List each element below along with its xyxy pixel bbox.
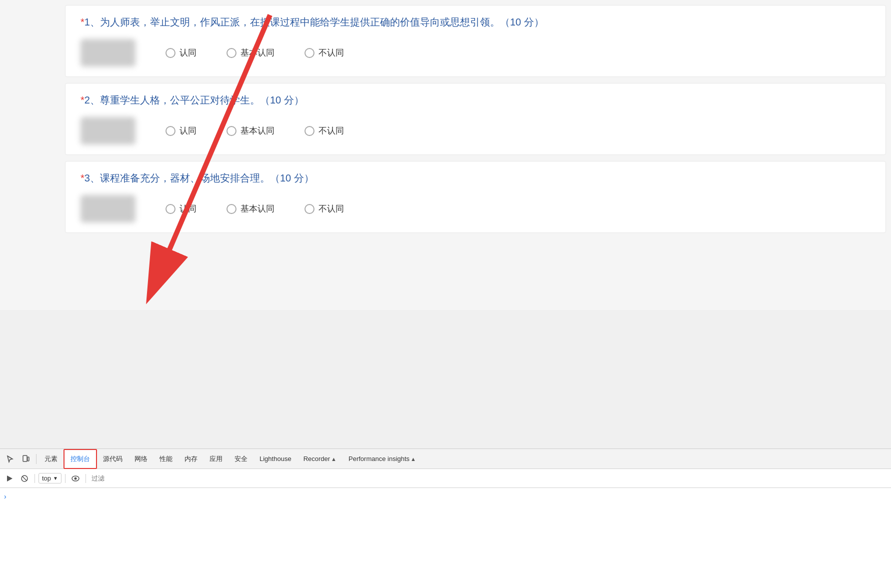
play-icon (6, 475, 13, 482)
radio-option-disagree-1[interactable]: 不认同 (304, 47, 344, 58)
required-mark-3: * (80, 172, 84, 184)
cursor-icon-btn[interactable] (2, 451, 18, 467)
radio-option-agree-2[interactable]: 认同 (166, 125, 196, 136)
question-card-3: *3、课程准备充分，器材、场地安排合理。（10 分） 认同 基本认同 不认同 (65, 161, 886, 233)
radio-circle-agree-2[interactable] (166, 126, 176, 136)
radio-option-basicagree-1[interactable]: 基本认同 (226, 47, 274, 58)
question-title-2: *2、尊重学生人格，公平公正对待学生。（10 分） (80, 94, 870, 107)
tab-memory[interactable]: 内存 (178, 449, 204, 469)
question-title-3: *3、课程准备充分，器材、场地安排合理。（10 分） (80, 172, 870, 185)
toolbar-divider-3 (86, 474, 86, 483)
console-body: › (0, 488, 891, 588)
radio-circle-basicagree-1[interactable] (226, 48, 236, 58)
eye-icon (72, 475, 80, 482)
question-row-1: 认同 基本认同 不认同 (80, 39, 870, 66)
ban-btn[interactable] (18, 472, 31, 485)
svg-rect-3 (28, 457, 29, 461)
radio-circle-basicagree-3[interactable] (226, 204, 236, 214)
tab-elements[interactable]: 元素 (38, 449, 64, 469)
eye-btn[interactable] (69, 472, 82, 485)
radio-option-agree-1[interactable]: 认同 (166, 47, 196, 58)
required-mark-2: * (80, 94, 84, 106)
question-row-2: 认同 基本认同 不认同 (80, 117, 870, 144)
device-icon (22, 455, 30, 463)
filter-input[interactable] (90, 474, 888, 483)
toolbar-divider-1 (34, 474, 35, 483)
svg-rect-2 (23, 456, 27, 462)
avatar-3 (80, 195, 136, 222)
cursor-icon (6, 455, 14, 463)
radio-circle-basicagree-2[interactable] (226, 126, 236, 136)
tab-lighthouse[interactable]: Lighthouse (254, 449, 298, 469)
tab-application[interactable]: 应用 (204, 449, 228, 469)
radio-option-disagree-3[interactable]: 不认同 (304, 203, 344, 214)
top-selector[interactable]: top ▼ (38, 473, 62, 484)
performance-insights-badge: ▲ (410, 456, 416, 462)
recorder-badge: ▲ (331, 456, 336, 462)
toolbar-divider-2 (65, 474, 66, 483)
radio-options-1: 认同 基本认同 不认同 (166, 47, 344, 58)
avatar-2 (80, 117, 136, 144)
radio-option-basicagree-3[interactable]: 基本认同 (226, 203, 274, 214)
radio-option-basicagree-2[interactable]: 基本认同 (226, 125, 274, 136)
radio-option-disagree-2[interactable]: 不认同 (304, 125, 344, 136)
radio-options-3: 认同 基本认同 不认同 (166, 203, 344, 214)
avatar-1 (80, 39, 136, 66)
main-content: *1、为人师表，举止文明，作风正派，在授课过程中能给学生提供正确的价值导向或思想… (0, 0, 891, 310)
tab-performance[interactable]: 性能 (154, 449, 178, 469)
radio-circle-agree-1[interactable] (166, 48, 176, 58)
tab-recorder[interactable]: Recorder ▲ (298, 449, 342, 469)
question-card-2: *2、尊重学生人格，公平公正对待学生。（10 分） 认同 基本认同 不认同 (65, 83, 886, 155)
dropdown-arrow: ▼ (53, 476, 58, 481)
svg-marker-4 (7, 476, 12, 482)
tab-console[interactable]: 控制台 (64, 449, 97, 469)
svg-line-6 (22, 476, 27, 480)
radio-circle-disagree-3[interactable] (304, 204, 314, 214)
radio-options-2: 认同 基本认同 不认同 (166, 125, 344, 136)
devtools-tabs: 元素 控制台 源代码 网络 性能 内存 应用 安全 (0, 449, 891, 469)
radio-circle-agree-3[interactable] (166, 204, 176, 214)
tab-source[interactable]: 源代码 (97, 449, 128, 469)
tab-security[interactable]: 安全 (228, 449, 254, 469)
required-mark-1: * (80, 16, 84, 28)
radio-option-agree-3[interactable]: 认同 (166, 203, 196, 214)
play-btn[interactable] (3, 472, 16, 485)
console-toolbar: top ▼ (0, 469, 891, 488)
tab-divider-1 (36, 454, 36, 464)
tab-performance-insights[interactable]: Performance insights ▲ (342, 449, 422, 469)
tab-network[interactable]: 网络 (128, 449, 154, 469)
devtools-panel: 元素 控制台 源代码 网络 性能 内存 应用 安全 (0, 448, 891, 588)
svg-point-8 (74, 477, 76, 480)
radio-circle-disagree-2[interactable] (304, 126, 314, 136)
radio-circle-disagree-1[interactable] (304, 48, 314, 58)
ban-icon (21, 475, 28, 482)
console-chevron[interactable]: › (4, 492, 6, 500)
question-row-3: 认同 基本认同 不认同 (80, 195, 870, 222)
question-title-1: *1、为人师表，举止文明，作风正派，在授课过程中能给学生提供正确的价值导向或思想… (80, 16, 870, 29)
question-card-1: *1、为人师表，举止文明，作风正派，在授课过程中能给学生提供正确的价值导向或思想… (65, 5, 886, 77)
device-icon-btn[interactable] (18, 451, 34, 467)
